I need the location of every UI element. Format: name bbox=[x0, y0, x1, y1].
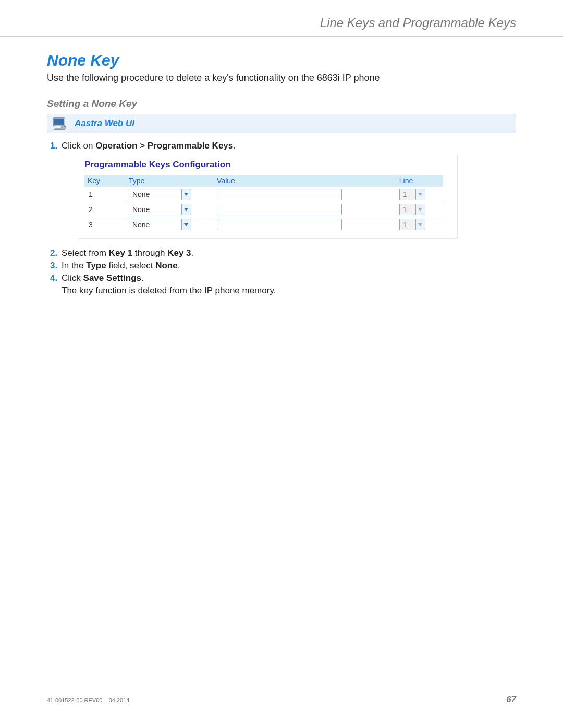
type-dropdown[interactable]: None bbox=[129, 189, 191, 200]
step-2: 2. Select from Key 1 through Key 3. bbox=[50, 248, 516, 258]
dropdown-value: 1 bbox=[400, 219, 415, 230]
table-row: 2 None 1 bbox=[84, 202, 443, 217]
text: . bbox=[178, 261, 180, 270]
type-dropdown[interactable]: None bbox=[129, 204, 191, 215]
cell-key: 1 bbox=[84, 187, 126, 202]
step-number: 1. bbox=[50, 141, 62, 151]
web-ui-label: Aastra Web UI bbox=[75, 118, 134, 129]
table-header-row: Key Type Value Line bbox=[84, 175, 443, 187]
line-dropdown[interactable]: 1 bbox=[399, 219, 425, 230]
text-bold: Key 3 bbox=[167, 248, 191, 258]
cell-key: 3 bbox=[84, 217, 126, 232]
chevron-down-icon bbox=[181, 219, 191, 230]
step-text: Click on Operation > Programmable Keys. bbox=[62, 141, 516, 151]
step-3: 3. In the Type field, select None. bbox=[50, 261, 516, 271]
value-input[interactable] bbox=[217, 219, 342, 230]
config-title: Programmable Keys Configuration bbox=[78, 159, 457, 175]
text: . bbox=[233, 141, 236, 151]
dropdown-value: None bbox=[129, 219, 181, 230]
text: . bbox=[141, 273, 144, 283]
monitor-icon bbox=[53, 117, 67, 130]
text: Select from bbox=[62, 248, 109, 258]
text-bold: None bbox=[155, 261, 178, 270]
page-footer: 41-001522-00 REV00 – 04.2014 67 bbox=[47, 695, 516, 705]
section-title: None Key bbox=[47, 52, 516, 69]
step-4: 4. Click Save Settings. bbox=[50, 273, 516, 283]
steps-list: 1. Click on Operation > Programmable Key… bbox=[50, 141, 516, 151]
step-text: Select from Key 1 through Key 3. bbox=[62, 248, 516, 258]
col-line: Line bbox=[396, 175, 443, 187]
config-table: Key Type Value Line 1 None bbox=[84, 175, 443, 232]
col-type: Type bbox=[126, 175, 214, 187]
text-bold: Type bbox=[86, 261, 106, 270]
footer-docid: 41-001522-00 REV00 – 04.2014 bbox=[47, 697, 129, 704]
web-ui-box: Aastra Web UI bbox=[47, 114, 516, 133]
step-text: Click Save Settings. bbox=[62, 273, 516, 283]
dropdown-value: None bbox=[129, 204, 181, 215]
dropdown-value: None bbox=[129, 189, 181, 200]
chevron-down-icon bbox=[415, 219, 425, 230]
text-bold: Save Settings bbox=[83, 273, 142, 283]
chevron-down-icon bbox=[181, 204, 191, 215]
chevron-down-icon bbox=[415, 204, 425, 215]
step-4-sub: The key function is deleted from the IP … bbox=[62, 286, 516, 296]
text: Click bbox=[62, 273, 83, 283]
chevron-down-icon bbox=[181, 189, 191, 200]
svg-rect-1 bbox=[54, 119, 64, 125]
table-row: 3 None 1 bbox=[84, 217, 443, 232]
col-key: Key bbox=[84, 175, 126, 187]
text: through bbox=[132, 248, 167, 258]
section-subtitle: Setting a None Key bbox=[47, 98, 516, 109]
step-number: 2. bbox=[50, 248, 62, 258]
text: Click on bbox=[62, 141, 95, 151]
col-value: Value bbox=[214, 175, 396, 187]
text: . bbox=[191, 248, 194, 258]
header-divider bbox=[0, 36, 563, 37]
header-breadcrumb: Line Keys and Programmable Keys bbox=[47, 16, 516, 36]
step-1: 1. Click on Operation > Programmable Key… bbox=[50, 141, 516, 151]
type-dropdown[interactable]: None bbox=[129, 219, 191, 230]
step-number: 4. bbox=[50, 273, 62, 283]
cell-key: 2 bbox=[84, 202, 126, 217]
line-dropdown[interactable]: 1 bbox=[399, 204, 425, 215]
text: field, select bbox=[106, 261, 156, 270]
text-bold: Operation > Programmable Keys bbox=[95, 141, 233, 151]
text-bold: Key 1 bbox=[109, 248, 132, 258]
text: In the bbox=[62, 261, 86, 270]
value-input[interactable] bbox=[217, 189, 342, 200]
steps-list-cont: 2. Select from Key 1 through Key 3. 3. I… bbox=[50, 248, 516, 283]
value-input[interactable] bbox=[217, 204, 342, 215]
dropdown-value: 1 bbox=[400, 189, 415, 200]
step-text: In the Type field, select None. bbox=[62, 261, 516, 271]
line-dropdown[interactable]: 1 bbox=[399, 189, 425, 200]
table-row: 1 None 1 bbox=[84, 187, 443, 202]
section-intro: Use the following procedure to delete a … bbox=[47, 72, 516, 83]
dropdown-value: 1 bbox=[400, 204, 415, 215]
chevron-down-icon bbox=[415, 189, 425, 200]
config-panel: Programmable Keys Configuration Key Type… bbox=[78, 155, 458, 239]
footer-page-number: 67 bbox=[506, 695, 516, 705]
step-number: 3. bbox=[50, 261, 62, 271]
